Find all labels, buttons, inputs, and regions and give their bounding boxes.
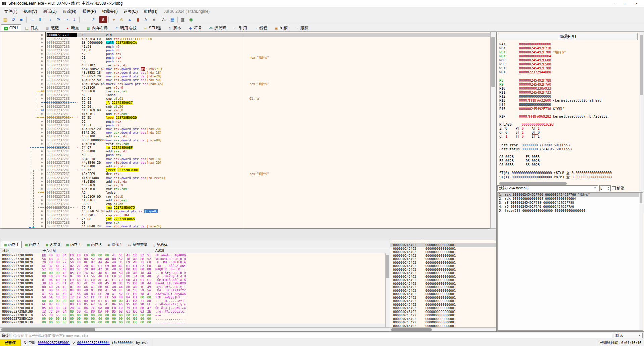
dump-byte[interactable]: 87 <box>49 303 53 306</box>
dump-tab-监视 1[interactable]: ◉监视 1 <box>105 241 125 248</box>
dump-byte[interactable]: 95 <box>126 303 130 306</box>
register-row[interactable]: OF 0SF 1DF 0 <box>497 131 638 135</box>
breakpoint-dot-icon[interactable] <box>41 158 43 160</box>
breakpoint-dot-icon[interactable] <box>41 72 43 73</box>
menu-文件(F)[interactable]: 文件(F) <box>1 8 20 15</box>
patches-icon[interactable]: + <box>110 16 118 23</box>
register-value[interactable]: 000000245492F700 <box>519 50 551 54</box>
tab-引用[interactable]: ○引用 <box>230 24 251 31</box>
dump-byte[interactable]: 48 <box>112 268 116 271</box>
registers-hscroll-thumb[interactable] <box>499 182 567 185</box>
dump-byte[interactable]: 24 <box>91 282 95 285</box>
dump-byte[interactable]: 42 <box>98 268 102 271</box>
dump-byte[interactable]: 5A <box>49 296 53 299</box>
register-row[interactable]: RIP00007FFDFA969282kernelbase.00007FFDFA… <box>497 115 638 119</box>
scrollbar-thumb[interactable] <box>640 35 643 95</box>
register-row[interactable]: ST(1) 00000000000000000000 x87r1 空 0.000… <box>497 175 638 179</box>
dump-byte[interactable]: 00 <box>112 317 116 321</box>
breakpoint-dot-icon[interactable] <box>41 184 43 186</box>
dump-byte[interactable]: F1 <box>63 282 66 285</box>
favourites-icon[interactable]: ▮ <box>134 16 142 23</box>
dump-byte[interactable]: 00 <box>91 321 95 324</box>
dump-byte[interactable]: 00 <box>112 321 116 324</box>
argument-row[interactable]: 1: rcx 000000245492F700 000000245492F700… <box>498 193 643 197</box>
menu-插件(P)[interactable]: 插件(P) <box>79 8 99 15</box>
run-icon[interactable]: → <box>28 16 36 23</box>
dump-row[interactable]: 00000223728E0000FC4883E4F0E8C00000004151… <box>0 254 390 257</box>
dump-body[interactable]: 00000223728E0000FC4883E4F0E8C00000004151… <box>0 253 390 324</box>
dump-byte[interactable]: 31 <box>140 261 144 264</box>
dump-byte[interactable]: 40 <box>49 275 53 278</box>
dump-byte[interactable]: 20 <box>84 268 88 271</box>
dump-byte[interactable]: 48 <box>77 261 81 264</box>
unlock-checkbox-group[interactable]: 解锁 <box>612 186 624 191</box>
breakpoint-dot-icon[interactable] <box>41 210 43 212</box>
register-value[interactable]: 000000245492F7A0 <box>519 83 551 87</box>
stop-icon[interactable]: ■ <box>17 16 25 23</box>
dump-row[interactable]: 00000223728E00C0595A488B12E957FFFFFF5D48… <box>0 296 390 299</box>
dump-byte[interactable]: 6F <box>42 303 46 306</box>
disasm-row[interactable]: 00000223728E45:39D1cmp r9d,r10d <box>0 213 490 217</box>
status-from-address-link[interactable]: 00000223728E0001 <box>38 341 70 345</box>
tab-调用堆栈[interactable]: ≡调用堆栈 <box>111 24 140 31</box>
register-row[interactable]: RSP000000245492E588 <box>497 62 638 66</box>
dump-byte[interactable]: 89 <box>91 310 95 314</box>
stack-row[interactable]: 0000002454920000000000000001 <box>390 257 496 261</box>
disasm-row[interactable]: 00000223728E4D:31C9xor r9,r9 <box>0 183 490 187</box>
dump-byte[interactable]: C0 <box>147 261 151 264</box>
dump-byte[interactable]: 20 <box>56 275 59 278</box>
dump-byte[interactable]: 8B <box>63 289 66 292</box>
breakpoint-dot-icon[interactable] <box>41 87 43 88</box>
attach-icon[interactable]: ▦ <box>168 16 176 23</box>
register-row[interactable]: LastError00000000 (ERROR_SUCCESS) <box>497 143 638 147</box>
dump-byte[interactable]: 00 <box>49 321 53 324</box>
dump-byte[interactable]: 0F <box>84 261 88 264</box>
dump-byte[interactable]: 00 <box>105 254 109 257</box>
disassembly-pane[interactable]: 00000223728EFCcld00000223728E48:83E4 F0a… <box>0 32 490 229</box>
dump-byte[interactable]: 6A <box>63 310 66 314</box>
flag-value[interactable]: 1 <box>538 135 540 138</box>
dump-byte[interactable]: 8B <box>91 268 95 271</box>
dump-byte[interactable]: 00 <box>63 321 66 324</box>
dump-byte[interactable]: 8B <box>56 261 59 264</box>
dump-row[interactable]: 00000223728E0130000000000000000000000000… <box>0 321 390 324</box>
dump-byte[interactable]: D5 <box>63 303 66 306</box>
breakpoint-dot-icon[interactable] <box>41 83 43 85</box>
disasm-row[interactable]: 00000223728E48:8B52 20mov rdx,qword ptr … <box>0 74 490 78</box>
command-input[interactable] <box>12 333 612 338</box>
register-row[interactable]: R120000000000000000 <box>497 95 638 99</box>
register-row[interactable]: RBP000000245492E688 <box>497 58 638 62</box>
dump-byte[interactable]: 00 <box>133 317 137 321</box>
dump-byte[interactable]: 50 <box>70 261 74 264</box>
dump-byte[interactable]: 8B <box>63 296 66 299</box>
dump-byte[interactable]: C0 <box>84 254 88 257</box>
dump-byte[interactable]: D0 <box>98 289 102 292</box>
register-value[interactable]: 000000245492F718 <box>519 46 551 50</box>
dump-byte[interactable]: 48 <box>49 254 53 257</box>
dump-row[interactable]: 00000223728E00E06F87FFD5BBF0B5A25641BAA6… <box>0 303 390 306</box>
flag-value[interactable]: 002B <box>505 155 514 159</box>
register-value[interactable]: 0000000000000004 <box>519 54 551 58</box>
scrollbar-thumb[interactable] <box>386 255 389 278</box>
dump-byte[interactable]: 5E <box>133 289 137 292</box>
menu-调试(D)[interactable]: 调试(D) <box>40 8 60 15</box>
register-value[interactable]: 000000245492F733 <box>519 91 551 95</box>
dump-byte[interactable]: 00 <box>84 321 88 324</box>
restart-icon[interactable]: ↺ <box>9 16 17 23</box>
flag-value[interactable]: 002B <box>505 159 514 163</box>
dump-tab-内存 1[interactable]: ▦内存 1 <box>1 241 22 248</box>
dump-byte[interactable]: 8B <box>133 268 137 271</box>
dump-byte[interactable]: 00 <box>49 317 53 321</box>
dump-byte[interactable]: 00 <box>91 254 95 257</box>
disasm-row[interactable]: 00000223728EAClodsb <box>0 191 490 194</box>
tab-CPU[interactable]: 64CPU <box>1 24 21 31</box>
dump-byte[interactable]: 31 <box>119 261 123 264</box>
dump-byte[interactable]: 51 <box>147 254 151 257</box>
dump-byte[interactable]: FC <box>42 254 46 257</box>
scrollbar-thumb[interactable] <box>491 37 495 87</box>
dump-byte[interactable]: 72 <box>49 310 53 314</box>
disasm-row[interactable]: 00000223728E44:8B40 24mov r8d,dword ptr … <box>0 224 490 228</box>
disasm-row[interactable]: 00000223728E41:C1C9 0Dror r9d,D <box>0 195 490 198</box>
tab-源代码[interactable]: <>源代码 <box>206 24 230 31</box>
dump-byte[interactable]: 52 <box>77 268 81 271</box>
